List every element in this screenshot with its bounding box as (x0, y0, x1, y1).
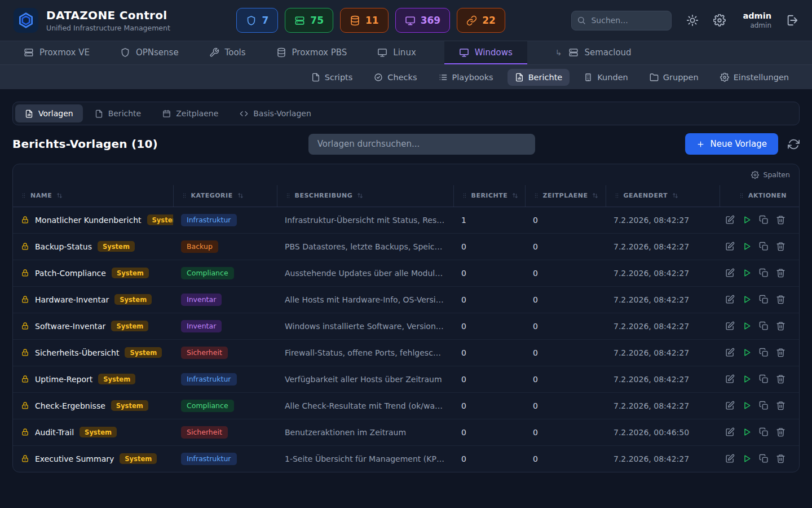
settings-button[interactable] (713, 14, 726, 27)
drag-handle-icon[interactable] (614, 192, 620, 199)
stat-badge[interactable]: 11 (340, 8, 389, 33)
delete-button[interactable] (776, 374, 785, 384)
duplicate-button[interactable] (759, 295, 769, 304)
edit-button[interactable] (725, 321, 735, 331)
delete-button[interactable] (776, 295, 785, 304)
stat-badge[interactable]: 22 (457, 8, 505, 33)
sub-nav-item-playbooks[interactable]: Playbooks (431, 69, 501, 86)
edit-button[interactable] (725, 295, 735, 304)
tab-basis-vorlagen[interactable]: Basis-Vorlagen (230, 104, 321, 122)
sub-nav-item-gruppen[interactable]: Gruppen (642, 69, 706, 86)
sub-nav-item-kunden[interactable]: Kunden (576, 69, 635, 86)
delete-button[interactable] (776, 454, 785, 463)
tab-berichte[interactable]: Berichte (85, 104, 151, 122)
edit-button[interactable] (725, 401, 735, 410)
run-button[interactable] (742, 374, 752, 384)
table-row[interactable]: Sicherheits-Übersicht System Sicherheit … (13, 339, 799, 366)
module-nav-item-opnsense[interactable]: OPNsense (118, 41, 181, 64)
column-header-berichte[interactable]: BERICHTE (453, 185, 525, 207)
column-header-name[interactable]: NAME (13, 185, 173, 207)
drag-handle-icon[interactable] (533, 192, 539, 199)
run-button[interactable] (742, 295, 752, 304)
module-nav-item-windows[interactable]: Windows (444, 41, 527, 64)
run-button[interactable] (742, 321, 752, 331)
column-header-kategorie[interactable]: KATEGORIE (173, 185, 277, 207)
column-header-zeitplaene[interactable]: ZEITPLAENE (525, 185, 606, 207)
table-row[interactable]: Backup-Status System Backup PBS Datastor… (13, 233, 799, 260)
delete-button[interactable] (776, 215, 785, 225)
duplicate-button[interactable] (759, 348, 769, 357)
delete-button[interactable] (776, 401, 785, 410)
sort-icon[interactable] (56, 192, 63, 199)
duplicate-button[interactable] (759, 427, 769, 437)
run-button[interactable] (742, 454, 752, 463)
duplicate-button[interactable] (759, 374, 769, 384)
column-header-beschreibung[interactable]: BESCHREIBUNG (277, 185, 453, 207)
stat-badge[interactable]: 7 (236, 8, 278, 33)
table-row[interactable]: Hardware-Inventar System Inventar Alle H… (13, 286, 799, 313)
edit-button[interactable] (725, 268, 735, 278)
run-button[interactable] (742, 215, 752, 225)
module-nav-item-proxmox-ve[interactable]: Proxmox VE (21, 41, 92, 64)
run-button[interactable] (742, 401, 752, 410)
duplicate-button[interactable] (759, 401, 769, 410)
duplicate-button[interactable] (759, 268, 769, 278)
sub-nav-item-einstellungen[interactable]: Einstellungen (713, 69, 796, 86)
edit-button[interactable] (725, 215, 735, 225)
module-nav-item-linux[interactable]: Linux (375, 41, 418, 64)
table-row[interactable]: Monatlicher Kundenbericht System Infrast… (13, 207, 799, 233)
module-nav-item-proxmox-pbs[interactable]: Proxmox PBS (274, 41, 350, 64)
run-button[interactable] (742, 348, 752, 357)
global-search-input[interactable] (571, 11, 672, 30)
column-header-aktionen[interactable]: AKTIONEN (720, 185, 799, 207)
drag-handle-icon[interactable] (182, 192, 187, 199)
sort-icon[interactable] (592, 192, 599, 199)
edit-button[interactable] (725, 427, 735, 437)
table-row[interactable]: Uptime-Report System Infrastruktur Verfü… (13, 366, 799, 392)
run-button[interactable] (742, 268, 752, 278)
drag-handle-icon[interactable] (285, 192, 291, 199)
sub-nav-item-checks[interactable]: Checks (367, 69, 424, 86)
duplicate-button[interactable] (759, 321, 769, 331)
drag-handle-icon[interactable] (739, 192, 744, 199)
edit-button[interactable] (725, 454, 735, 463)
template-search-input[interactable] (308, 134, 535, 155)
module-nav-item-semacloud[interactable]: ↳ Semacloud (553, 41, 634, 64)
sort-icon[interactable] (511, 192, 519, 199)
edit-button[interactable] (725, 348, 735, 357)
duplicate-button[interactable] (759, 215, 769, 225)
duplicate-button[interactable] (759, 454, 769, 463)
table-row[interactable]: Executive Summary System Infrastruktur 1… (13, 445, 799, 472)
table-row[interactable]: Software-Inventar System Inventar Window… (13, 313, 799, 339)
delete-button[interactable] (776, 427, 785, 437)
new-template-button[interactable]: Neue Vorlage (685, 133, 778, 155)
delete-button[interactable] (776, 268, 785, 278)
delete-button[interactable] (776, 348, 785, 357)
table-row[interactable]: Check-Ergebnisse System Compliance Alle … (13, 392, 799, 419)
sub-nav-item-scripts[interactable]: Scripts (304, 69, 360, 86)
table-row[interactable]: Audit-Trail System Sicherheit Benutzerak… (13, 419, 799, 445)
sub-nav-item-berichte[interactable]: Berichte (508, 69, 570, 86)
tab-zeitplaene[interactable]: Zeitplaene (153, 104, 228, 122)
run-button[interactable] (742, 242, 752, 251)
sort-icon[interactable] (672, 192, 679, 199)
theme-toggle-button[interactable] (686, 14, 699, 27)
delete-button[interactable] (776, 321, 785, 331)
logout-button[interactable] (786, 14, 798, 27)
tab-vorlagen[interactable]: Vorlagen (15, 104, 83, 122)
user-menu[interactable]: admin admin (743, 11, 771, 29)
edit-button[interactable] (725, 242, 735, 251)
sort-icon[interactable] (356, 192, 364, 199)
columns-button[interactable]: Spalten (751, 170, 790, 179)
column-header-geaendert[interactable]: GEAENDERT (606, 185, 720, 207)
refresh-button[interactable] (788, 138, 800, 150)
stat-badge[interactable]: 75 (285, 8, 333, 33)
table-row[interactable]: Patch-Compliance System Compliance Ausst… (13, 260, 799, 286)
run-button[interactable] (742, 427, 752, 437)
edit-button[interactable] (725, 374, 735, 384)
duplicate-button[interactable] (759, 242, 769, 251)
stat-badge[interactable]: 369 (395, 8, 451, 33)
drag-handle-icon[interactable] (21, 192, 27, 199)
drag-handle-icon[interactable] (462, 192, 467, 199)
delete-button[interactable] (776, 242, 785, 251)
